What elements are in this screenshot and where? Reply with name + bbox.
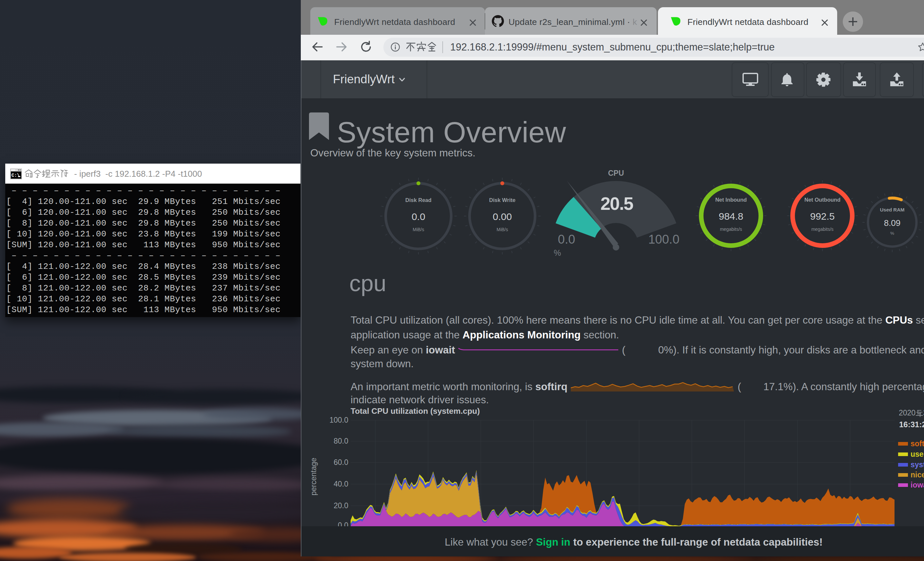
svg-text:CPU: CPU xyxy=(608,169,624,177)
svg-text:Disk Write: Disk Write xyxy=(489,197,515,203)
svg-text:%: % xyxy=(554,248,561,257)
svg-text:992.5: 992.5 xyxy=(810,211,834,222)
svg-text:100.0: 100.0 xyxy=(648,232,679,246)
svg-text:8.09: 8.09 xyxy=(884,218,901,228)
svg-text:984.8: 984.8 xyxy=(718,211,743,222)
svg-text:MiB/s: MiB/s xyxy=(413,227,424,232)
svg-text:megabits/s: megabits/s xyxy=(720,227,742,232)
svg-text:20.5: 20.5 xyxy=(600,194,633,214)
svg-text:0.00: 0.00 xyxy=(493,211,512,222)
svg-text:MiB/s: MiB/s xyxy=(497,227,508,232)
svg-text:megabits/s: megabits/s xyxy=(811,227,834,232)
svg-text:0.0: 0.0 xyxy=(411,211,425,222)
svg-text:Net Outbound: Net Outbound xyxy=(804,197,840,203)
svg-text:%: % xyxy=(890,231,894,236)
svg-text:Used RAM: Used RAM xyxy=(880,207,904,212)
svg-text:0.0: 0.0 xyxy=(558,232,575,246)
svg-text:Net Inbound: Net Inbound xyxy=(715,197,747,203)
svg-text:C:\: C:\ xyxy=(12,173,20,178)
svg-text:Disk Read: Disk Read xyxy=(405,197,432,203)
